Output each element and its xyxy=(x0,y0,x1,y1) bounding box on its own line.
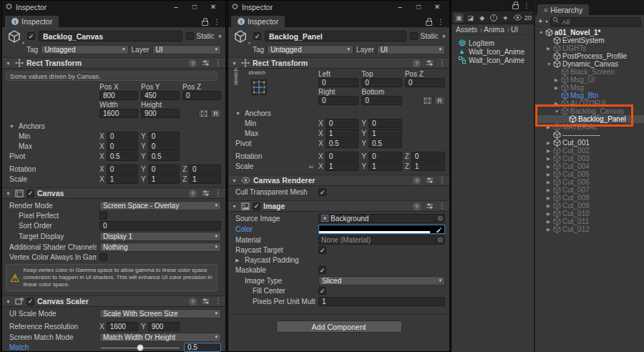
render-mode-dropdown[interactable]: Screen Space - Overlay▾ xyxy=(99,201,221,210)
hierarchy-row[interactable]: Cut_002 xyxy=(535,147,644,155)
shader-channels-dropdown[interactable]: Nothing▾ xyxy=(99,243,221,252)
target-display-dropdown[interactable]: Display 1▾ xyxy=(99,232,221,241)
fold-arrow-icon[interactable] xyxy=(547,211,553,217)
rotation-x-field[interactable]: 0 xyxy=(326,152,359,161)
raycast-target-checkbox[interactable] xyxy=(318,246,326,254)
static-dropdown-icon[interactable]: ▾ xyxy=(442,34,445,39)
static-checkbox[interactable] xyxy=(410,32,418,40)
project-file-item[interactable]: ▲ Walt_Icon_Anime xyxy=(452,56,534,64)
presets-icon[interactable] xyxy=(426,59,434,67)
match-slider[interactable] xyxy=(99,343,181,352)
tag-dropdown[interactable]: Untagged▾ xyxy=(41,45,128,54)
fold-arrow-icon[interactable] xyxy=(547,227,553,233)
hierarchy-row[interactable]: Cut_006 xyxy=(535,178,644,186)
presets-icon[interactable] xyxy=(202,59,210,67)
match-value-field[interactable]: 0.5 xyxy=(184,343,221,352)
maximize-button[interactable]: □ xyxy=(409,1,428,12)
hierarchy-row[interactable]: Cut_003 xyxy=(535,155,644,162)
fold-arrow-icon[interactable] xyxy=(547,195,553,201)
hierarchy-row[interactable]: Msg xyxy=(535,84,644,92)
lock-icon[interactable] xyxy=(426,21,432,26)
lock-icon[interactable] xyxy=(512,4,519,9)
image-type-dropdown[interactable]: Sliced▾ xyxy=(318,276,445,285)
help-icon[interactable] xyxy=(189,190,197,197)
kebab-menu-icon[interactable]: ⋮ xyxy=(215,60,222,66)
pivot-y-field[interactable]: 0.5 xyxy=(148,152,180,161)
hierarchy-row[interactable]: Msg_Btn xyxy=(535,92,644,99)
image-header[interactable]: ▼ Image ⋮ xyxy=(228,200,449,212)
gameobject-cube-icon[interactable]: ▾ xyxy=(231,30,250,43)
hierarchy-row[interactable]: Cut_005 xyxy=(535,170,644,178)
fold-arrow-icon[interactable] xyxy=(555,109,561,114)
maximize-button[interactable]: □ xyxy=(185,1,204,12)
hierarchy-row[interactable]: LIGHTs xyxy=(535,44,644,52)
anchor-min-x-field[interactable]: 0 xyxy=(326,119,359,128)
eyedropper-icon[interactable] xyxy=(434,225,444,233)
anchor-max-y-field[interactable]: 1 xyxy=(369,129,402,138)
minimize-button[interactable]: – xyxy=(391,1,409,12)
layer-dropdown[interactable]: UI▾ xyxy=(152,45,221,54)
raw-edit-mode-button[interactable]: R xyxy=(434,96,445,105)
fold-arrow-icon[interactable]: ▼ xyxy=(235,111,242,116)
hierarchy-row[interactable]: MATERIAL xyxy=(535,123,644,131)
hidden-count-toggle[interactable]: 20 xyxy=(513,14,532,21)
scale-y-field[interactable]: 1 xyxy=(148,175,180,184)
fold-arrow-icon[interactable] xyxy=(547,124,553,130)
canvas-header[interactable]: ▼ Canvas ⋮ xyxy=(2,187,225,199)
hierarchy-row[interactable]: Cut_008 xyxy=(535,194,644,202)
panel-focus-icon[interactable]: ▣ xyxy=(454,13,464,23)
material-field[interactable]: None (Material) xyxy=(318,235,445,245)
scale-x-field[interactable]: 1 xyxy=(326,162,359,171)
fold-arrow-icon[interactable]: ▼ xyxy=(232,178,238,183)
hierarchy-row[interactable]: Cut_011 xyxy=(535,217,644,225)
sort-order-field[interactable]: 0 xyxy=(99,221,221,230)
gameobject-name-field[interactable]: Backlog_Panel xyxy=(265,31,406,41)
active-checkbox[interactable] xyxy=(253,32,261,40)
right-field[interactable]: 0 xyxy=(318,96,358,105)
kebab-menu-icon[interactable]: ⋮ xyxy=(215,298,222,304)
fold-arrow-icon[interactable] xyxy=(547,180,553,185)
fold-arrow-icon[interactable]: ▶ xyxy=(235,258,242,263)
fold-arrow-icon[interactable] xyxy=(547,46,553,52)
pixels-per-unit-multiplier-field[interactable]: 1 xyxy=(318,297,445,306)
hierarchy-row[interactable]: Msg_UI xyxy=(535,76,644,84)
create-button[interactable]: +▾ xyxy=(538,16,547,25)
reference-resolution-x-field[interactable]: 1600 xyxy=(107,322,138,331)
slider-knob[interactable] xyxy=(137,344,144,351)
hierarchy-row[interactable]: Cut_007 xyxy=(535,186,644,194)
left-field[interactable]: 0 xyxy=(318,78,358,87)
breadcrumb-item[interactable]: Assets xyxy=(456,26,477,34)
hierarchy-row[interactable]: ---------------- xyxy=(535,131,644,139)
hierarchy-row[interactable]: Cut_010 xyxy=(535,210,644,217)
tab-hierarchy[interactable]: ≡ Hierarchy xyxy=(537,4,589,15)
label-filter-icon[interactable]: ◆ xyxy=(477,13,487,23)
presets-icon[interactable] xyxy=(202,298,210,305)
fold-arrow-icon[interactable] xyxy=(555,101,561,107)
hierarchy-row[interactable]: Cut_009 xyxy=(535,202,644,210)
fold-arrow-icon[interactable]: ▼ xyxy=(6,191,12,196)
help-icon[interactable] xyxy=(413,177,421,185)
help-icon[interactable] xyxy=(413,202,421,210)
close-button[interactable]: ✕ xyxy=(204,1,223,12)
pivot-x-field[interactable]: 0.5 xyxy=(326,139,359,148)
blueprint-mode-button[interactable] xyxy=(198,109,209,118)
component-enabled-checkbox[interactable] xyxy=(253,202,260,210)
bottom-field[interactable]: 0 xyxy=(361,96,401,105)
fold-arrow-icon[interactable] xyxy=(555,77,561,83)
fill-center-checkbox[interactable] xyxy=(318,287,326,295)
kebab-menu-icon[interactable]: ⋮ xyxy=(439,60,446,66)
anchor-max-x-field[interactable]: 1 xyxy=(326,129,359,138)
scale-z-field[interactable]: 1 xyxy=(411,162,445,171)
rect-transform-header[interactable]: ▼ Rect Transform ⋮ xyxy=(228,57,449,69)
fold-arrow-icon[interactable] xyxy=(547,62,553,67)
anchor-min-y-field[interactable]: 0 xyxy=(148,132,180,141)
fold-arrow-icon[interactable] xyxy=(547,164,553,170)
presets-icon[interactable] xyxy=(426,202,434,210)
component-enabled-checkbox[interactable] xyxy=(26,298,34,305)
kebab-menu-icon[interactable]: ⋮ xyxy=(439,203,446,209)
scale-link-icon[interactable]: ∞ xyxy=(309,163,313,170)
vertex-color-checkbox[interactable] xyxy=(99,253,107,261)
anchor-min-y-field[interactable]: 0 xyxy=(369,119,402,128)
pos-z-field[interactable]: 0 xyxy=(182,91,221,100)
width-field[interactable]: 1600 xyxy=(99,109,138,118)
